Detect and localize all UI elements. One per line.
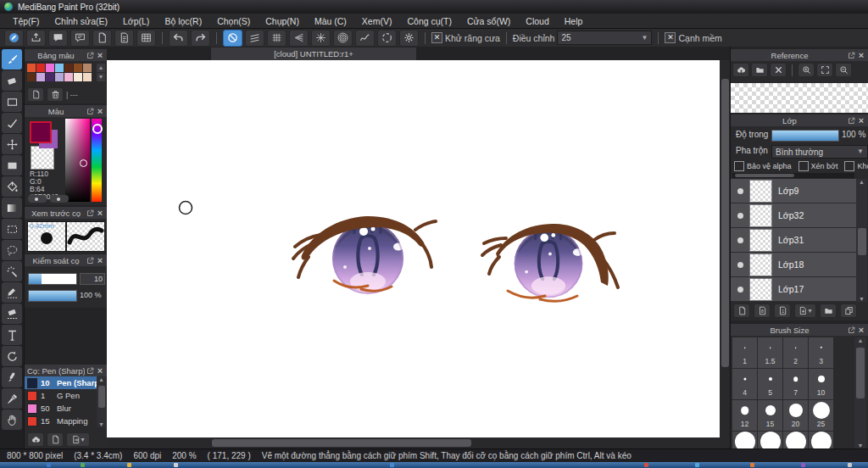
redo-button[interactable] [191, 30, 210, 47]
menu-item[interactable]: Công cụ(T) [399, 15, 459, 27]
brush-size-cell[interactable]: 2 [783, 337, 808, 368]
checkbox[interactable] [734, 161, 744, 171]
taskbar-icon[interactable] [47, 463, 51, 467]
palette-swatch[interactable] [36, 73, 45, 81]
gradient-button[interactable] [2, 198, 22, 218]
delete-swatch-button[interactable] [47, 87, 64, 102]
close-icon[interactable]: × [857, 326, 865, 334]
menu-item[interactable]: Tệp(F) [5, 15, 47, 27]
taskbar-icon[interactable] [81, 463, 85, 467]
document-tab[interactable]: [cloud] UNTITLED:r1+ [211, 47, 416, 60]
brush-size-value[interactable]: 10 [80, 273, 105, 285]
canvas[interactable] [107, 60, 720, 437]
palette-swatch[interactable] [36, 64, 45, 72]
brush-size-cell[interactable]: 1 [732, 337, 757, 368]
brush-button[interactable] [2, 49, 22, 70]
popout-icon[interactable] [86, 257, 94, 265]
brush-size-slider[interactable] [28, 273, 77, 285]
menu-item[interactable]: Màu (C) [307, 15, 354, 27]
palette-swatch[interactable] [27, 64, 36, 72]
eraser-button[interactable] [2, 70, 22, 91]
palette-swatch[interactable] [83, 73, 92, 81]
table-grid-button[interactable] [136, 30, 156, 47]
zoom-in-button[interactable] [798, 63, 815, 77]
marquee-button[interactable] [2, 92, 22, 112]
medibang-logo-button[interactable] [4, 30, 24, 47]
snap-parallel-button[interactable] [245, 30, 264, 47]
layer-row[interactable]: Lớp18 [731, 253, 856, 277]
scroll-up-icon[interactable]: ▲ [97, 64, 105, 72]
brush-menu-button[interactable]: ▾ [66, 432, 90, 447]
brush-list-item[interactable]: 10Pen (Sharp) [25, 376, 97, 389]
brush-size-cell[interactable]: 12 [732, 400, 757, 431]
menu-item[interactable]: Cửa sổ(W) [459, 15, 518, 27]
undo-button[interactable] [169, 30, 188, 47]
taskbar-icon[interactable] [848, 463, 852, 467]
saturation-value-picker[interactable] [65, 119, 90, 202]
eyedropper-button[interactable] [2, 388, 22, 409]
layer-visibility-dot[interactable] [737, 213, 743, 219]
brush-size-cell[interactable]: 4 [732, 369, 757, 399]
taskbar-icon[interactable] [174, 463, 178, 467]
snap-crosshatch-button[interactable] [267, 30, 287, 47]
upload-button[interactable] [26, 30, 46, 47]
brush-size-cell[interactable]: 40 [758, 432, 782, 449]
popout-icon[interactable] [86, 108, 94, 115]
transparent-color-swatch[interactable] [31, 146, 54, 170]
snap-off-button[interactable] [223, 30, 242, 47]
download-brush-button[interactable] [27, 432, 44, 447]
magic-wand-button[interactable] [2, 261, 22, 281]
menu-item[interactable]: Help [557, 15, 591, 27]
checkbox[interactable] [844, 161, 854, 171]
popout-icon[interactable] [86, 52, 94, 59]
brush-size-cell[interactable]: 15 [758, 400, 782, 431]
palette-swatch[interactable] [74, 64, 82, 72]
comment-button[interactable] [48, 30, 68, 47]
brush-list-item[interactable]: 15Mapping [25, 415, 97, 427]
close-icon[interactable]: × [96, 209, 104, 217]
close-icon[interactable]: × [96, 108, 104, 115]
menu-item[interactable]: Xem(V) [354, 15, 400, 27]
foreground-color-swatch[interactable] [30, 121, 52, 143]
popout-icon[interactable] [848, 52, 855, 59]
scroll-down-icon[interactable]: ▼ [97, 73, 105, 81]
layer-scrollbar[interactable]: ▲▼ [856, 179, 867, 302]
stylus-button[interactable] [2, 367, 22, 387]
document-list-button[interactable] [114, 30, 134, 47]
layer-visibility-dot[interactable] [737, 262, 743, 268]
rotate-view-button[interactable] [2, 346, 22, 366]
snap-settings-gear-button[interactable] [399, 30, 419, 47]
close-icon[interactable]: × [857, 52, 865, 59]
hue-slider[interactable] [92, 119, 102, 202]
move-button[interactable] [2, 134, 22, 154]
palette-swatch[interactable] [55, 73, 64, 81]
select-pen-button[interactable] [2, 282, 22, 303]
taskbar-icon[interactable] [695, 463, 699, 467]
brush-opacity-slider[interactable] [28, 290, 77, 302]
layer-folder-button[interactable] [820, 304, 837, 318]
snap-radial-button[interactable] [311, 30, 331, 47]
select-lasso-button[interactable] [2, 240, 22, 260]
brush-list-scrollbar[interactable]: ▲▼ [97, 376, 106, 427]
new-brush-button[interactable] [47, 432, 64, 447]
taskbar-icon[interactable] [801, 463, 805, 467]
zoom-out-button[interactable] [835, 63, 852, 77]
menu-item[interactable]: Chụp(N) [258, 15, 307, 27]
correction-select[interactable]: 25 ▼ [557, 31, 652, 45]
color-mode-button[interactable] [28, 195, 47, 203]
text-button[interactable] [2, 325, 22, 345]
popout-icon[interactable] [848, 117, 855, 125]
menu-item[interactable]: Chỉnh sửa(E) [47, 15, 115, 27]
snap-curve-button[interactable] [355, 30, 375, 47]
add-layer-menu-button[interactable]: ▾ [794, 304, 816, 318]
line-check-button[interactable] [2, 113, 22, 133]
close-icon[interactable]: × [96, 257, 104, 265]
taskbar-icon[interactable] [127, 463, 131, 467]
brush-list-item[interactable]: 1G Pen [25, 389, 97, 402]
palette-swatch[interactable] [55, 64, 64, 72]
palette-swatch[interactable] [64, 64, 73, 72]
new-swatch-button[interactable] [27, 87, 44, 102]
taskbar-icon[interactable] [644, 463, 648, 467]
layer-visibility-dot[interactable] [737, 287, 743, 292]
palette-swatch[interactable] [27, 73, 36, 81]
